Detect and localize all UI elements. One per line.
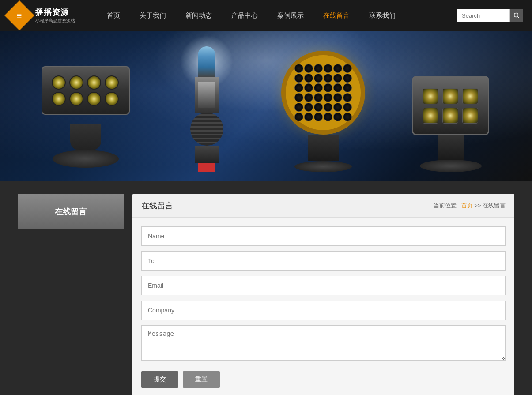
sidebar-title: 在线留言	[18, 194, 124, 229]
submit-button[interactable]: 提交	[141, 371, 178, 388]
search-icon	[513, 12, 520, 19]
name-field[interactable]	[141, 226, 506, 246]
logo-icon: ≡	[17, 10, 22, 20]
logo[interactable]: ≡ 播播资源 小程序高品质资源站	[9, 5, 79, 26]
reset-button[interactable]: 重置	[183, 371, 220, 388]
breadcrumb-home[interactable]: 首页	[461, 202, 473, 209]
nav-item-contact[interactable]: 联系我们	[359, 11, 405, 20]
nav-item-cases[interactable]: 案例展示	[268, 11, 313, 20]
company-field[interactable]	[141, 301, 506, 320]
breadcrumb-prefix: 当前位置	[434, 202, 457, 209]
nav-item-about[interactable]: 关于我们	[130, 11, 176, 20]
tel-field[interactable]	[141, 251, 506, 271]
form-page-title: 在线留言	[141, 200, 173, 211]
banner-product-bulb	[174, 35, 240, 172]
banner-product-round	[279, 35, 367, 172]
nav-item-home[interactable]: 首页	[97, 11, 130, 20]
form-header: 在线留言 当前位置 首页 >> 在线留言	[132, 194, 514, 218]
svg-line-1	[518, 17, 520, 19]
svg-point-0	[514, 13, 518, 17]
breadcrumb: 当前位置 首页 >> 在线留言	[434, 202, 506, 210]
banner-product-square	[407, 49, 495, 172]
logo-subtitle: 小程序高品质资源站	[35, 18, 75, 24]
banner-products	[0, 31, 532, 181]
message-field[interactable]	[141, 325, 506, 361]
header: ≡ 播播资源 小程序高品质资源站 首页 关于我们 新闻动态 产品中心 案例展示 …	[0, 0, 532, 31]
nav-item-news[interactable]: 新闻动态	[176, 11, 222, 20]
form-buttons: 提交 重置	[141, 371, 506, 388]
logo-text: 播播资源 小程序高品质资源站	[35, 7, 75, 24]
banner-product-lightbar	[37, 49, 134, 172]
breadcrumb-current: 在线留言	[483, 202, 506, 209]
form-body: 提交 重置	[132, 218, 514, 395]
search-button[interactable]	[510, 9, 523, 22]
main-nav: 首页 关于我们 新闻动态 产品中心 案例展示 在线留言 联系我们	[97, 11, 457, 20]
banner	[0, 31, 532, 181]
email-field[interactable]	[141, 276, 506, 295]
sidebar: 在线留言	[18, 194, 124, 395]
nav-item-message[interactable]: 在线留言	[313, 11, 359, 20]
search-area	[457, 9, 523, 22]
main-content: 在线留言 在线留言 当前位置 首页 >> 在线留言 提交 重置	[0, 181, 532, 395]
nav-item-products[interactable]: 产品中心	[222, 11, 268, 20]
logo-diamond: ≡	[4, 0, 34, 30]
logo-title: 播播资源	[35, 7, 75, 18]
search-input[interactable]	[457, 9, 510, 22]
contact-form-area: 在线留言 当前位置 首页 >> 在线留言 提交 重置	[132, 194, 514, 395]
